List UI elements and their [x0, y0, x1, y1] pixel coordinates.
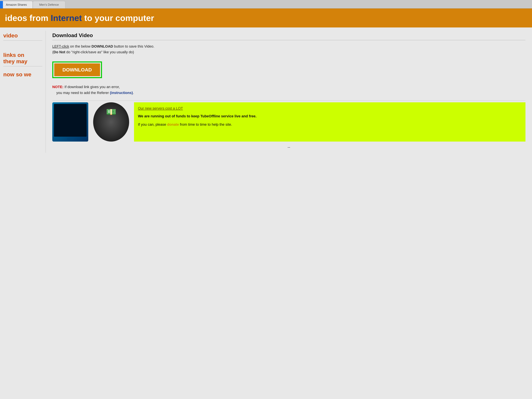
- download-button[interactable]: DOWNLOAD: [54, 63, 100, 76]
- sidebar-item-video-label: video: [3, 32, 18, 38]
- bottom-section: Our new servers cost a LOT We are runnin…: [52, 101, 526, 142]
- download-button-border: DOWNLOAD: [52, 62, 102, 78]
- instruction-suffix: button to save this Video.: [113, 44, 154, 48]
- bottom-dash: --: [52, 143, 526, 151]
- note-text2: you may need to add the Referer: [56, 91, 110, 95]
- download-container: DOWNLOAD: [52, 62, 102, 78]
- tab-mens-defence[interactable]: Men's Defence: [33, 1, 65, 8]
- donation-sub-suffix: from time to time to help the site.: [179, 122, 232, 127]
- sidebar-item-now: now so we: [3, 71, 42, 79]
- banner: ideos from Internet to your computer: [0, 8, 532, 27]
- sidebar-item-now-label: now so we: [3, 71, 31, 77]
- note-label: NOTE:: [52, 85, 63, 89]
- main-content: video links on they may now so we Downlo…: [0, 27, 532, 156]
- tab-amazon-shares[interactable]: Amazon Shares: [0, 1, 33, 8]
- note-text1: If download link gives you an error,: [63, 85, 120, 89]
- instruction-middle: on the below: [69, 44, 92, 48]
- tab-spacer: [65, 1, 532, 8]
- instruction-line2-suffix: do "right-click/save as" like you usuall…: [65, 50, 134, 54]
- donation-sub-prefix: If you can, please: [138, 122, 167, 127]
- tablet-image: [52, 102, 88, 142]
- donation-sub-text: If you can, please donate from time to t…: [138, 122, 522, 127]
- instruction-text: LEFT-click on the below DOWNLOAD button …: [52, 44, 526, 55]
- sidebar-item-links: links on they may: [3, 45, 42, 66]
- instructions-link[interactable]: (instructions): [110, 91, 133, 95]
- banner-text-before: ideos from: [5, 13, 51, 23]
- banner-text-after: to your computer: [82, 13, 154, 23]
- main-panel: Download Video LEFT-click on the below D…: [46, 31, 532, 153]
- section-title: Download Video: [52, 32, 526, 40]
- left-click-text: LEFT-click: [52, 44, 69, 48]
- donation-title: Our new servers cost a LOT: [138, 106, 522, 110]
- tab-bar: Amazon Shares Men's Defence: [0, 0, 532, 8]
- donation-link[interactable]: donate: [167, 122, 179, 127]
- sidebar-item-video: video: [3, 32, 42, 41]
- note-text3: .: [133, 91, 134, 95]
- note-text: NOTE: If download link gives you an erro…: [52, 84, 526, 95]
- sidebar: video links on they may now so we: [0, 31, 46, 153]
- instruction-download-word: DOWNLOAD: [92, 44, 113, 48]
- banner-text-highlighted: Internet: [51, 13, 82, 23]
- donation-box: Our new servers cost a LOT We are runnin…: [134, 102, 526, 142]
- tab-mens-defence-label: Men's Defence: [39, 3, 59, 6]
- page: ideos from Internet to your computer vid…: [0, 8, 532, 399]
- tab-amazon-shares-label: Amazon Shares: [6, 3, 27, 6]
- instruction-do-not: Do Not: [53, 50, 65, 54]
- donation-main-text: We are running out of funds to keep Tube…: [138, 114, 522, 119]
- tab-bar-wrapper: Amazon Shares Men's Defence: [0, 0, 532, 8]
- bowl-image: [93, 102, 129, 142]
- tab-active-indicator: [0, 1, 3, 8]
- sidebar-item-links-label: links on they may: [3, 52, 27, 64]
